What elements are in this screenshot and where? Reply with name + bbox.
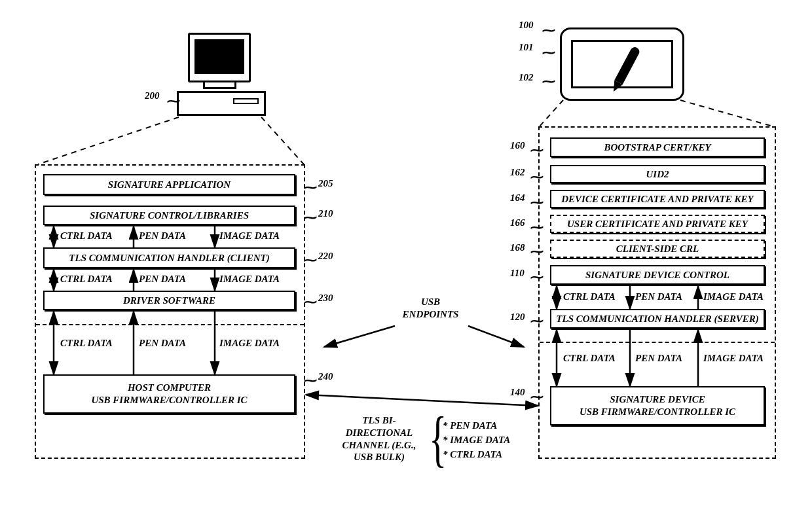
- right-divider: [540, 342, 775, 343]
- image-120-140: IMAGE DATA: [703, 353, 764, 364]
- label-168: CLIENT-SIDE CRL: [616, 243, 699, 255]
- ctrl-110-120: CTRL DATA: [563, 291, 616, 302]
- box-230: DRIVER SOFTWARE: [43, 291, 295, 310]
- box-220: TLS COMMUNICATION HANDLER (CLIENT): [43, 247, 295, 268]
- leader-tilde: ⁓: [542, 45, 555, 60]
- label-120: TLS COMMUNICATION HANDLER (SERVER): [556, 314, 758, 325]
- leader-tilde: ⁓: [304, 372, 317, 388]
- ctrl-120-140: CTRL DATA: [563, 353, 616, 364]
- tls-channel-label: TLS BI- DIRECTIONAL CHANNEL (E.G., USB B…: [333, 414, 425, 463]
- ctrl-220-230: CTRL DATA: [60, 274, 113, 285]
- leader-tilde: ⁓: [530, 313, 544, 329]
- left-divider: [36, 324, 304, 325]
- leader-tilde: ⁓: [542, 22, 555, 38]
- image-210-220: IMAGE DATA: [219, 230, 280, 242]
- ref-230: 230: [318, 293, 333, 304]
- ref-101: 101: [519, 42, 534, 53]
- label-166: USER CERTIFICATE AND PRIVATE KEY: [567, 219, 748, 230]
- image-230-240: IMAGE DATA: [219, 338, 280, 349]
- svg-line-1: [261, 117, 304, 164]
- label-110: SIGNATURE DEVICE CONTROL: [585, 270, 729, 281]
- box-205: SIGNATURE APPLICATION: [43, 174, 295, 195]
- pen-110-120: PEN DATA: [635, 291, 682, 302]
- leader-tilde: ⁓: [304, 294, 317, 310]
- image-220-230: IMAGE DATA: [219, 274, 280, 285]
- ref-102: 102: [519, 72, 534, 83]
- ref-160: 160: [510, 140, 525, 151]
- ref-164: 164: [510, 192, 525, 204]
- label-240-l1: HOST COMPUTER: [128, 382, 211, 394]
- leader-tilde: ⁓: [530, 219, 544, 235]
- ref-220: 220: [318, 251, 333, 262]
- label-240-l2: USB FIRMWARE/CONTROLLER IC: [91, 394, 247, 406]
- label-230: DRIVER SOFTWARE: [123, 295, 215, 306]
- pen-220-230: PEN DATA: [139, 274, 186, 285]
- box-160: BOOTSTRAP CERT/KEY: [550, 137, 765, 157]
- svg-line-19: [324, 326, 395, 347]
- label-140-l1: SIGNATURE DEVICE: [610, 393, 705, 406]
- svg-line-0: [38, 117, 179, 164]
- image-110-120: IMAGE DATA: [703, 291, 764, 302]
- leader-tilde: ⁓: [304, 252, 317, 268]
- ref-162: 162: [510, 167, 525, 178]
- pen-120-140: PEN DATA: [635, 353, 682, 364]
- pen-210-220: PEN DATA: [139, 230, 186, 242]
- svg-line-3: [680, 100, 773, 126]
- box-120: TLS COMMUNICATION HANDLER (SERVER): [550, 309, 765, 329]
- box-240: HOST COMPUTER USB FIRMWARE/CONTROLLER IC: [43, 374, 295, 414]
- pen-230-240: PEN DATA: [139, 338, 186, 349]
- channel-data-3: * CTRL DATA: [443, 449, 502, 460]
- label-210: SIGNATURE CONTROL/LIBRARIES: [90, 210, 249, 221]
- leader-tilde: ⁓: [530, 243, 544, 259]
- ref-110: 110: [510, 268, 525, 279]
- ref-140: 140: [510, 387, 525, 398]
- box-168: CLIENT-SIDE CRL: [550, 240, 765, 258]
- box-164: DEVICE CERTIFICATE AND PRIVATE KEY: [550, 190, 765, 208]
- label-160: BOOTSTRAP CERT/KEY: [604, 142, 710, 153]
- box-210: SIGNATURE CONTROL/LIBRARIES: [43, 206, 295, 225]
- ref-168: 168: [510, 242, 525, 253]
- ref-100: 100: [519, 20, 534, 31]
- ref-205: 205: [318, 178, 333, 189]
- usb-endpoints-label: USB ENDPOINTS: [393, 296, 468, 321]
- ref-166: 166: [510, 217, 525, 228]
- leader-tilde: ⁓: [530, 142, 544, 158]
- label-205: SIGNATURE APPLICATION: [108, 179, 231, 190]
- box-110: SIGNATURE DEVICE CONTROL: [550, 265, 765, 285]
- svg-line-20: [468, 326, 524, 347]
- ref-120: 120: [510, 312, 525, 323]
- leader-tilde: ⁓: [530, 169, 544, 185]
- leader-tilde: ⁓: [530, 389, 544, 404]
- computer-icon: [177, 33, 262, 116]
- ctrl-210-220: CTRL DATA: [60, 230, 113, 242]
- leader-tilde: ⁓: [530, 194, 544, 210]
- label-162: UID2: [646, 169, 669, 180]
- leader-tilde: ⁓: [530, 269, 544, 285]
- leader-tilde: ⁓: [304, 209, 317, 225]
- box-162: UID2: [550, 165, 765, 183]
- ref-240: 240: [318, 371, 333, 382]
- label-220: TLS COMMUNICATION HANDLER (CLIENT): [69, 253, 269, 264]
- leader-tilde: ⁓: [304, 179, 317, 195]
- tablet-icon: [560, 27, 684, 101]
- channel-data-2: * IMAGE DATA: [443, 435, 510, 446]
- ref-200: 200: [145, 90, 160, 101]
- box-166: USER CERTIFICATE AND PRIVATE KEY: [550, 215, 765, 233]
- leader-tilde: ⁓: [542, 73, 555, 89]
- box-140: SIGNATURE DEVICE USB FIRMWARE/CONTROLLER…: [550, 386, 765, 425]
- leader-tilde: ⁓: [167, 93, 180, 109]
- ctrl-230-240: CTRL DATA: [60, 338, 113, 349]
- label-140-l2: USB FIRMWARE/CONTROLLER IC: [580, 406, 735, 418]
- label-164: DEVICE CERTIFICATE AND PRIVATE KEY: [561, 194, 753, 205]
- svg-line-2: [540, 100, 563, 126]
- channel-data-1: * PEN DATA: [443, 420, 497, 431]
- svg-line-21: [306, 395, 538, 406]
- ref-210: 210: [318, 208, 333, 219]
